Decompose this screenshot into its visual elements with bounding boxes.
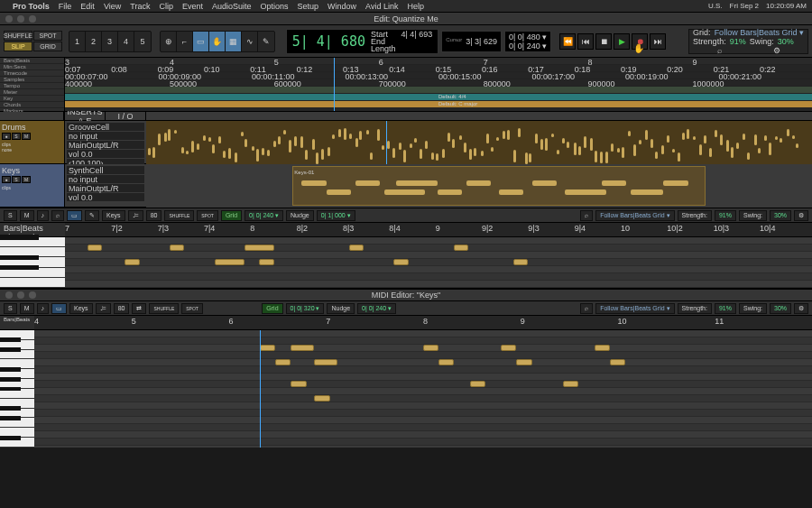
piano-keys-2[interactable] bbox=[0, 330, 34, 448]
gear-icon[interactable]: ⚙ bbox=[794, 210, 808, 221]
track-mute-button[interactable]: M bbox=[22, 176, 31, 183]
menu-edit[interactable]: Edit bbox=[80, 2, 95, 11]
zoom-preset-1[interactable]: 1 bbox=[69, 32, 86, 51]
me2-follow-dropdown[interactable]: Follow Bars|Beats Grid ▾ bbox=[595, 303, 674, 314]
notes-icon[interactable]: ♪ bbox=[37, 210, 50, 221]
tempo-ruler[interactable] bbox=[65, 87, 812, 94]
auto-label[interactable]: none bbox=[2, 147, 62, 152]
me-follow-dropdown[interactable]: Follow Bars|Beats Grid ▾ bbox=[595, 210, 674, 221]
minsec-ruler[interactable]: 0:070:080:090:100:110:120:130:140:150:16… bbox=[65, 65, 812, 72]
me-nudge-value[interactable]: 0| 1| 000 ▾ bbox=[317, 210, 355, 221]
menu-help[interactable]: Help bbox=[407, 2, 424, 11]
ruler-label-key[interactable]: Key bbox=[0, 96, 64, 102]
selector-tool-icon[interactable]: ▭ bbox=[193, 32, 209, 51]
insert-slot[interactable]: GrooveCell bbox=[67, 123, 144, 131]
menu-file[interactable]: File bbox=[59, 2, 72, 11]
menu-clip[interactable]: Clip bbox=[159, 2, 173, 11]
play-button[interactable]: ▶ bbox=[614, 33, 630, 50]
tool-icon[interactable]: ▭ bbox=[51, 303, 67, 314]
output-selector[interactable]: MainOutptL/R bbox=[67, 141, 144, 149]
input-selector[interactable]: no input bbox=[67, 175, 144, 183]
strength-value[interactable]: 91% bbox=[730, 37, 746, 46]
rtz-button[interactable]: ⏪ bbox=[559, 33, 576, 50]
mode-slip[interactable]: SLIP bbox=[4, 42, 32, 51]
playhead[interactable] bbox=[334, 58, 335, 111]
me-spot[interactable]: SPOT bbox=[197, 210, 218, 221]
me-swing-value[interactable]: 30% bbox=[770, 210, 791, 221]
me-ruler-bars-label[interactable]: Bars|Beats bbox=[4, 224, 61, 233]
drums-clip-lane[interactable] bbox=[146, 121, 812, 164]
mute-button[interactable]: M bbox=[20, 303, 34, 314]
search-icon[interactable]: ⌕ bbox=[717, 46, 722, 55]
ruler-label-bars[interactable]: Bars|Beats bbox=[0, 58, 64, 64]
track-selector[interactable]: Keys bbox=[69, 303, 93, 314]
tool-icon[interactable]: ▭ bbox=[67, 210, 82, 221]
me2-strength-value[interactable]: 91% bbox=[715, 303, 736, 314]
menu-track[interactable]: Track bbox=[130, 2, 150, 11]
link-icon[interactable]: ⇄ bbox=[132, 303, 146, 314]
track-mute-button[interactable]: M bbox=[22, 133, 31, 140]
output-selector[interactable]: MainOutptL/R bbox=[67, 184, 144, 192]
ruler-label-meter[interactable]: Meter bbox=[0, 89, 64, 96]
rewind-button[interactable]: ⏮ bbox=[577, 33, 594, 50]
volume-readout[interactable]: vol 0.0 bbox=[67, 193, 144, 201]
pencil-tool-icon[interactable]: ✎ bbox=[258, 32, 274, 51]
keys-clip-lane[interactable]: Keys-01 bbox=[146, 164, 812, 208]
menu-options[interactable]: Options bbox=[260, 2, 288, 11]
solo-button[interactable]: S bbox=[4, 210, 17, 221]
app-menu[interactable]: Pro Tools bbox=[13, 2, 50, 11]
pencil-icon[interactable]: ✎ bbox=[85, 210, 99, 221]
menu-event[interactable]: Event bbox=[182, 2, 203, 11]
note-grid-2[interactable] bbox=[34, 330, 812, 448]
meter-ruler[interactable]: Default: 4/4 bbox=[65, 94, 812, 101]
me2-shuffle[interactable]: SHUFFLE bbox=[149, 303, 179, 314]
search-icon[interactable]: ⌕ bbox=[580, 303, 593, 314]
ruler-label-tempo[interactable]: Tempo bbox=[0, 83, 64, 89]
gear-icon[interactable]: ⚙ bbox=[794, 303, 808, 314]
samples-ruler[interactable]: 4000005000006000007000008000009000001000… bbox=[65, 79, 812, 87]
me-grid-value[interactable]: 0| 0| 240 ▾ bbox=[245, 210, 283, 221]
track-rec-button[interactable]: ● bbox=[2, 133, 11, 140]
traffic-lights[interactable] bbox=[5, 291, 36, 299]
volume-readout[interactable]: vol 0.0 bbox=[67, 150, 144, 158]
me2-grid-value[interactable]: 0| 0| 320 ▾ bbox=[286, 303, 325, 314]
search-icon[interactable]: ⌕ bbox=[51, 210, 64, 221]
selection-start[interactable]: 4| 4| 693 bbox=[401, 31, 433, 38]
record-button[interactable]: ⏺ bbox=[632, 33, 648, 50]
menu-avid-link[interactable]: Avid Link bbox=[365, 2, 398, 11]
trim-tool-icon[interactable]: ⌐ bbox=[177, 32, 193, 51]
notes-icon[interactable]: ♪ bbox=[37, 303, 50, 314]
me2-ruler-content[interactable]: 4567891011 bbox=[34, 316, 812, 329]
follow-mode-dropdown[interactable]: Follow Bars|Beats Grid ▾ bbox=[715, 28, 804, 37]
menu-view[interactable]: View bbox=[104, 2, 121, 11]
grid-value[interactable]: 0| 0| 480 ▾ bbox=[509, 32, 547, 42]
me2-ruler-label[interactable]: Bars|Beats bbox=[0, 316, 34, 329]
selection-length[interactable] bbox=[401, 45, 433, 52]
track-name-drums[interactable]: Drums ●SM clips none bbox=[0, 121, 64, 163]
mute-button[interactable]: M bbox=[20, 210, 34, 221]
input-selector[interactable]: no input bbox=[67, 132, 144, 140]
bars-ruler[interactable]: 3456789 bbox=[65, 58, 812, 65]
track-rec-button[interactable]: ● bbox=[2, 176, 11, 183]
me2-spot[interactable]: SPOT bbox=[181, 303, 203, 314]
tc-ruler[interactable]: 00:00:07:0000:00:09:0000:00:11:0000:00:1… bbox=[65, 72, 812, 79]
me-shuffle[interactable]: SHUFFLE bbox=[164, 210, 194, 221]
smart-tool-icon[interactable]: ▦ bbox=[226, 32, 242, 51]
mode-grid[interactable]: GRID bbox=[33, 42, 62, 51]
grabber-tool-icon[interactable]: ✋ bbox=[209, 32, 226, 51]
solo-button[interactable]: S bbox=[4, 303, 17, 314]
gear-icon[interactable]: ⚙ bbox=[773, 46, 780, 55]
zoom-preset-2[interactable]: 2 bbox=[86, 32, 102, 51]
insert-slot[interactable]: SynthCell bbox=[67, 166, 144, 174]
me-ruler-content[interactable]: 77|27|37|488|28|38|499|29|39|41010|210|3… bbox=[65, 223, 812, 236]
track-solo-button[interactable]: S bbox=[12, 133, 21, 140]
track-name-keys[interactable]: Keys ●SM clips bbox=[0, 164, 64, 207]
chords-ruler[interactable] bbox=[65, 108, 812, 111]
main-counter[interactable]: 5| 4| 680 StartEndLength 4| 4| 693 bbox=[286, 29, 439, 54]
mode-shuffle[interactable]: SHUFFLE bbox=[4, 31, 32, 41]
zoom-preset-4[interactable]: 4 bbox=[118, 32, 134, 51]
me-strength-value[interactable]: 91% bbox=[715, 210, 736, 221]
ruler-label-samples[interactable]: Samples bbox=[0, 77, 64, 83]
scrubber-tool-icon[interactable]: ∿ bbox=[242, 32, 258, 51]
traffic-lights[interactable] bbox=[5, 15, 36, 23]
